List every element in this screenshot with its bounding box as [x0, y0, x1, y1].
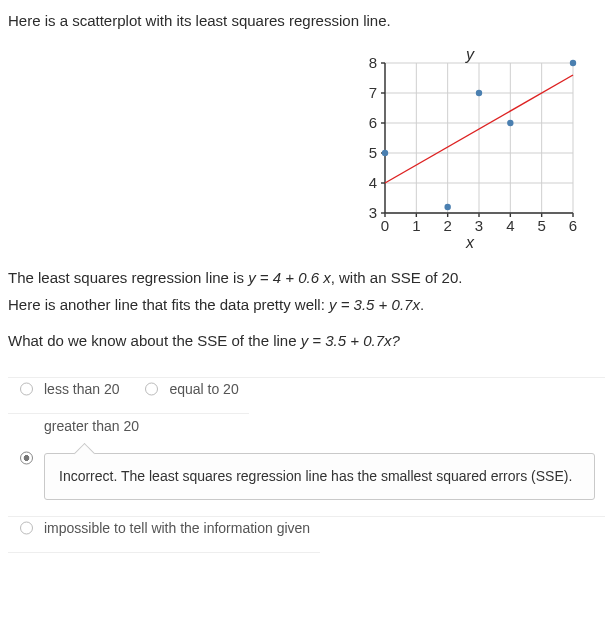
option-label: less than 20 [44, 381, 120, 397]
svg-point-46 [570, 59, 576, 65]
feedback-box: Incorrect. The least squares regression … [44, 453, 595, 500]
option-greater-than-20[interactable]: greater than 20 Incorrect. The least squ… [8, 400, 605, 517]
option-impossible-to-tell[interactable]: impossible to tell with the information … [8, 504, 320, 553]
svg-text:6: 6 [569, 217, 577, 234]
svg-point-45 [507, 119, 513, 125]
svg-text:4: 4 [506, 217, 514, 234]
text-frag: What do we know about the SSE of the lin… [8, 332, 301, 349]
chart-svg: 0123456345678 [359, 47, 581, 243]
svg-text:3: 3 [369, 204, 377, 221]
svg-point-43 [444, 203, 450, 209]
svg-text:6: 6 [369, 114, 377, 131]
svg-text:0: 0 [381, 217, 389, 234]
option-label: equal to 20 [169, 381, 238, 397]
svg-text:3: 3 [475, 217, 483, 234]
option-label: impossible to tell with the information … [44, 520, 310, 536]
radio-impossible-to-tell[interactable] [20, 522, 33, 535]
svg-text:5: 5 [369, 144, 377, 161]
option-label: greater than 20 [44, 418, 139, 434]
y-axis-label: y [466, 43, 474, 67]
equation-2: y = 3.5 + 0.7x [329, 296, 420, 313]
text-frag: . [420, 296, 424, 313]
question-text: What do we know about the SSE of the lin… [8, 330, 605, 353]
radio-less-than-20[interactable] [20, 382, 33, 395]
svg-text:7: 7 [369, 84, 377, 101]
svg-text:8: 8 [369, 54, 377, 71]
equation-1: y = 4 + 0.6 x [248, 269, 331, 286]
x-axis-label: x [466, 231, 474, 255]
intro-text: Here is a scatterplot with its least squ… [8, 10, 605, 33]
text-frag: , with an SSE of 20. [331, 269, 463, 286]
text-frag: The least squares regression line is [8, 269, 248, 286]
svg-point-42 [382, 149, 388, 155]
scatterplot: y 0123456345678 x [359, 47, 581, 250]
text-frag: Here is another line that fits the data … [8, 296, 329, 313]
radio-equal-to-20[interactable] [145, 382, 158, 395]
radio-greater-than-20[interactable] [20, 452, 33, 465]
svg-text:2: 2 [443, 217, 451, 234]
svg-text:5: 5 [537, 217, 545, 234]
chart-container: y 0123456345678 x [8, 47, 605, 250]
alt-line-text: Here is another line that fits the data … [8, 294, 605, 317]
svg-point-44 [476, 89, 482, 95]
equation-3: y = 3.5 + 0.7x? [301, 332, 400, 349]
svg-text:1: 1 [412, 217, 420, 234]
svg-text:4: 4 [369, 174, 377, 191]
regression-line-text: The least squares regression line is y =… [8, 267, 605, 290]
answer-options: less than 20 equal to 20 greater than 20… [8, 377, 605, 540]
